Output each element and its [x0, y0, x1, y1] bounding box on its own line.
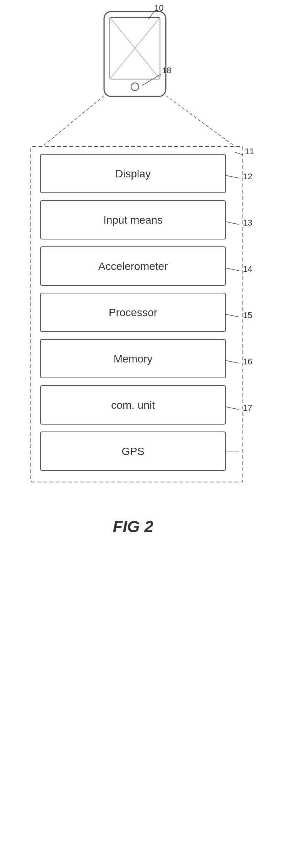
input-means-label: Input means [103, 214, 163, 226]
processor-label: Processor [109, 307, 157, 319]
figure-title: FIG 2 [113, 517, 153, 536]
memory-label: Memory [113, 353, 152, 365]
svg-point-4 [131, 83, 139, 91]
gps-label: GPS [121, 445, 144, 457]
label-13: 13 [243, 218, 252, 228]
label-11: 11 [245, 147, 254, 156]
label-15: 15 [243, 310, 252, 320]
com-unit-label: com. unit [111, 399, 155, 411]
label-17: 17 [243, 403, 252, 413]
svg-line-7 [42, 96, 104, 147]
svg-line-8 [166, 96, 235, 147]
label-12: 12 [243, 172, 252, 181]
label-14: 14 [243, 264, 252, 274]
display-label: Display [115, 168, 151, 180]
accelerometer-label: Accelerometer [98, 260, 168, 272]
label-10: 10 [154, 3, 163, 13]
label-18: 18 [162, 66, 171, 75]
label-16: 16 [243, 357, 252, 366]
diagram-container: 10 18 11 Display 12 Input means 13 Accel… [0, 0, 293, 868]
